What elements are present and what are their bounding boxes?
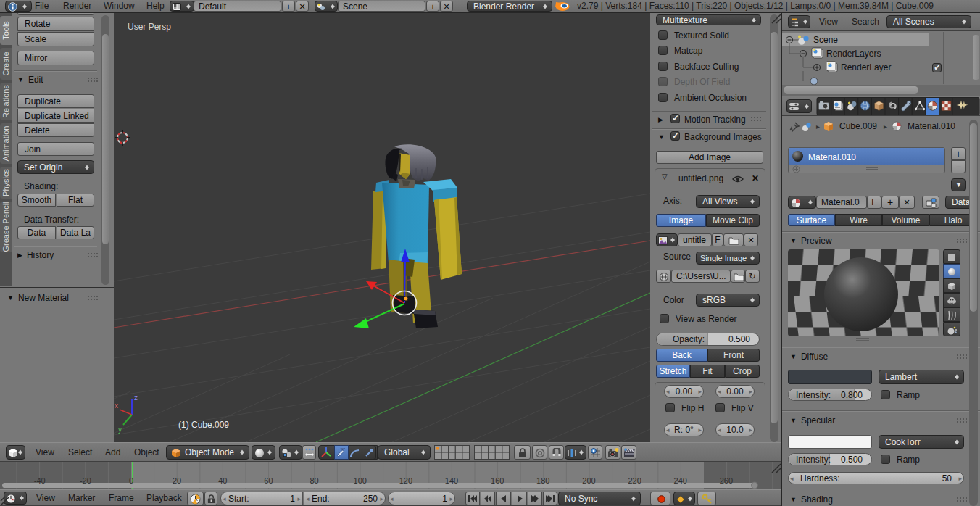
svg-text:140: 140: [445, 476, 458, 485]
svg-text:20: 20: [173, 476, 181, 485]
svg-text:RenderLayer: RenderLayer: [841, 62, 891, 72]
svg-text:y: y: [118, 426, 122, 434]
svg-text:80: 80: [310, 476, 318, 485]
svg-text:160: 160: [491, 476, 504, 485]
svg-text:100: 100: [354, 476, 367, 485]
svg-text:120: 120: [399, 476, 412, 485]
svg-text:User Persp: User Persp: [128, 22, 171, 32]
svg-text:Material.010: Material.010: [908, 121, 955, 131]
svg-text:-40: -40: [34, 476, 46, 485]
svg-text:60: 60: [264, 476, 273, 485]
svg-text:260: 260: [720, 476, 733, 485]
svg-text:(1) Cube.009: (1) Cube.009: [178, 420, 229, 430]
svg-text:RenderLayers: RenderLayers: [826, 49, 881, 59]
svg-text:z: z: [134, 394, 138, 402]
svg-text:Cube.009: Cube.009: [839, 121, 877, 131]
svg-text:0: 0: [129, 476, 133, 485]
svg-text:▸: ▸: [884, 123, 887, 130]
svg-text:220: 220: [628, 476, 641, 485]
svg-text:240: 240: [674, 476, 687, 485]
svg-text:x: x: [115, 402, 118, 410]
svg-text:▸: ▸: [816, 123, 820, 130]
svg-text:40: 40: [218, 476, 227, 485]
svg-text:-20: -20: [80, 476, 91, 485]
svg-text:180: 180: [536, 476, 549, 485]
svg-text:Scene: Scene: [813, 35, 838, 45]
svg-text:200: 200: [582, 476, 595, 485]
